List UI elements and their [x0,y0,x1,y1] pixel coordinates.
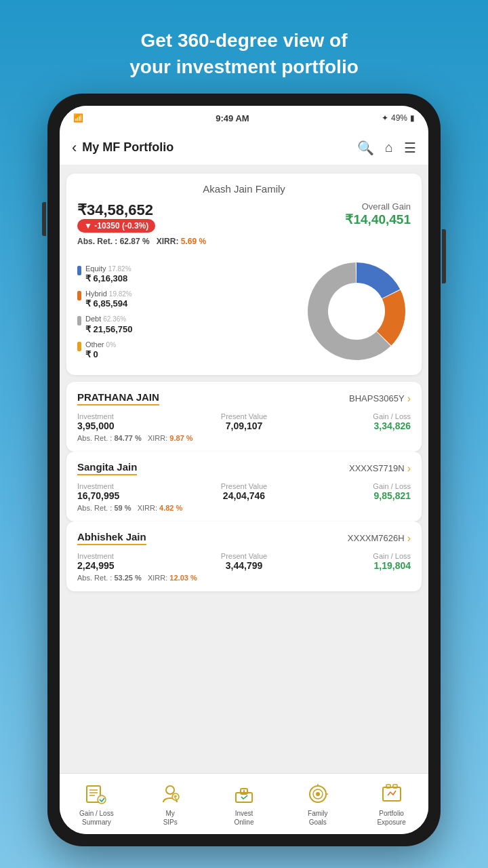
gain-loss-label: Gain / Loss [300,552,411,560]
portfolio-summary-card: Akash Jain Family ₹34,58,652 ▼ -10350 (-… [66,174,422,375]
present-value-col: Present Value 3,44,799 [188,552,300,571]
gain-loss-value: 3,34,826 [300,420,411,431]
nav-right: 🔍 ⌂ ☰ [357,140,416,156]
present-value-value: 3,44,799 [188,560,300,571]
member-card-1: Sangita Jain XXXXS7719N › Investment 16,… [66,452,422,521]
gain-loss-label: Gain / Loss [300,482,411,490]
app-header: Get 360-degree view of your investment p… [129,27,359,80]
legend-amount: ₹ 21,56,750 [85,324,132,334]
home-icon[interactable]: ⌂ [385,140,393,155]
present-value-label: Present Value [188,482,300,490]
member-pan[interactable]: XXXXM7626H › [348,532,411,545]
gain-loss-col: Gain / Loss 9,85,821 [300,482,411,501]
nav-title: My MF Portfolio [82,140,174,155]
bottom-nav-item-portfolio-exposure[interactable]: PortfolioExposure [354,782,428,827]
legend-label: Equity 17.82% [85,264,131,273]
legend-dot [77,342,81,351]
member-name: Abhishek Jain [77,531,146,545]
abs-ret-value: 62.87 % [120,237,150,246]
gain-loss-col: Gain / Loss 1,19,804 [300,552,411,571]
investment-value: 3,95,000 [77,420,188,431]
member-header: Abhishek Jain XXXXM7626H › [77,531,411,545]
legend-label: Debt 62.36% [85,314,132,323]
status-bar: 📶 9:49 AM ✦ 49% ▮ [60,106,428,130]
investment-value: 2,24,995 [77,560,188,571]
legend-label: Other 0% [85,340,116,349]
bottom-nav-label-family-goals: FamilyGoals [308,809,327,827]
member-stats-header: Investment 2,24,995 Present Value 3,44,7… [77,552,411,571]
investment-col: Investment 2,24,995 [77,552,188,571]
gain-loss-value: 9,85,821 [300,490,411,501]
xirr-label: XIRR: [157,237,179,246]
chart-row: Equity 17.82% ₹ 6,16,308 Hybrid 19.82% ₹… [77,257,411,366]
sips-icon: ₹ [158,782,182,806]
bottom-nav-label-my-sips: MySIPs [163,809,178,827]
bottom-nav-item-family-goals[interactable]: FamilyGoals [281,782,354,827]
member-arrow-icon: › [407,532,411,545]
gain-loss-col: Gain / Loss 3,34,826 [300,412,411,431]
total-value: ₹34,58,652 [77,201,206,219]
investment-col: Investment 3,95,000 [77,412,188,431]
back-icon[interactable]: ‹ [72,139,77,157]
bottom-nav-item-gain-loss[interactable]: Gain / LossSummary [60,782,134,827]
member-abs-row: Abs. Ret. : 53.25 % XIRR: 12.03 % [77,574,411,582]
member-stats-header: Investment 3,95,000 Present Value 7,09,1… [77,412,411,431]
svg-rect-16 [393,785,397,788]
member-pan[interactable]: BHAPS3065Y › [349,393,411,405]
family-name: Akash Jain Family [77,183,411,195]
abs-ret-label: Abs. Ret. : [77,237,117,246]
svg-rect-15 [386,785,390,788]
search-icon[interactable]: 🔍 [357,140,374,156]
member-arrow-icon: › [407,393,411,405]
present-value-col: Present Value 24,04,746 [188,482,300,501]
battery-text: 49% [391,113,407,123]
header-line1: Get 360-degree view of [140,30,347,51]
legend-item-debt: Debt 62.36% ₹ 21,56,750 [77,314,296,334]
status-time: 9:49 AM [216,113,249,123]
status-right: ✦ 49% ▮ [382,113,415,123]
goals-icon [306,782,330,806]
member-header: Sangita Jain XXXXS7719N › [77,461,411,475]
present-value-col: Present Value 7,09,107 [188,412,300,431]
member-xirr: 12.03 % [169,574,197,582]
svg-point-4 [98,795,106,804]
member-abs-row: Abs. Ret. : 84.77 % XIRR: 9.87 % [77,434,411,442]
investment-label: Investment [77,412,188,420]
abs-xirr-row: Abs. Ret. : 62.87 % XIRR: 5.69 % [77,237,206,246]
member-stats-header: Investment 16,70,995 Present Value 24,04… [77,482,411,501]
gain-loss-value: 1,19,804 [300,560,411,571]
legend-dot [77,291,81,300]
legend-amount: ₹ 0 [85,349,116,359]
menu-icon[interactable]: ☰ [404,140,416,156]
battery-icon: ▮ [410,113,415,123]
investment-label: Investment [77,552,188,560]
exposure-icon [380,782,404,806]
bottom-nav: Gain / LossSummary ₹ MySIPs InvestOnline… [60,773,428,834]
present-value-label: Present Value [188,412,300,420]
wifi-icon: 📶 [73,113,83,123]
member-name: Sangita Jain [77,461,137,475]
gain-loss-label: Gain / Loss [300,412,411,420]
svg-point-13 [316,792,320,796]
overall-gain-value: ₹14,40,451 [345,212,411,227]
bottom-nav-item-invest-online[interactable]: InvestOnline [207,782,281,827]
legend-dot [77,316,81,326]
member-pan[interactable]: XXXXS7719N › [349,462,411,475]
investment-col: Investment 16,70,995 [77,482,188,501]
member-abs-row: Abs. Ret. : 59 % XIRR: 4.82 % [77,504,411,512]
legend-amount: ₹ 6,16,308 [85,273,131,283]
member-abs-ret: 53.25 % [114,574,141,582]
member-card-2: Abhishek Jain XXXXM7626H › Investment 2,… [66,521,422,591]
investment-label: Investment [77,482,188,490]
nav-left[interactable]: ‹ My MF Portfolio [72,139,174,157]
legend-dot [77,266,81,275]
member-xirr: 4.82 % [159,504,182,512]
change-badge: ▼ -10350 (-0.3%) [77,219,155,233]
legend: Equity 17.82% ₹ 6,16,308 Hybrid 19.82% ₹… [77,264,296,359]
present-value-value: 7,09,107 [188,420,300,431]
header-line2: your investment portfolio [129,56,359,77]
overall-gain-label: Overall Gain [345,201,411,212]
gain-loss-icon [84,782,108,806]
svg-point-5 [166,786,174,794]
bottom-nav-item-my-sips[interactable]: ₹ MySIPs [134,782,207,827]
